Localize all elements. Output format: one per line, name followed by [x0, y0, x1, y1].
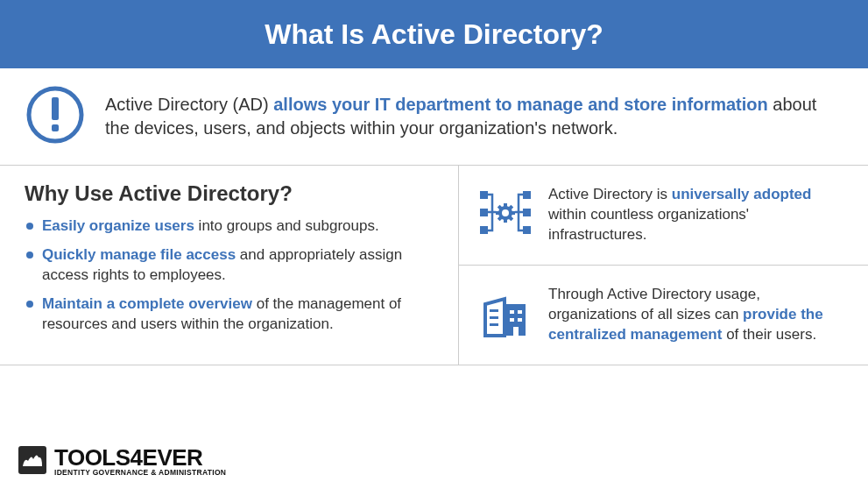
intro-text: Active Directory (AD) allows your IT dep… — [105, 93, 824, 140]
item-highlight: Easily organize users — [42, 217, 194, 234]
svg-point-9 — [500, 208, 511, 218]
brand-4: 4 — [131, 444, 143, 471]
info-block-centralized: Through Active Directory usage, organiza… — [459, 266, 868, 365]
svg-line-14 — [498, 207, 501, 209]
list-item: Quickly manage file access and appropria… — [25, 245, 434, 286]
item-highlight: Quickly manage file access — [42, 246, 236, 263]
svg-rect-26 — [513, 327, 519, 336]
info-block-adoption: Active Directory is universally adopted … — [459, 166, 868, 266]
info-text: Active Directory is universally adopted … — [548, 185, 842, 245]
why-section: Why Use Active Directory? Easily organiz… — [0, 166, 458, 365]
info1-suffix: within countless organizations' infrastr… — [548, 206, 749, 243]
item-highlight: Maintain a complete overview — [42, 295, 252, 312]
logo-mark-icon — [18, 445, 47, 478]
svg-rect-22 — [510, 310, 514, 314]
logo-main: TOOLS4EVER — [54, 447, 226, 469]
info2-suffix: of their users. — [722, 326, 816, 343]
brand-ever: EVER — [143, 444, 203, 471]
buildings-icon — [478, 287, 533, 343]
network-gear-icon — [478, 188, 533, 241]
content-row: Why Use Active Directory? Easily organiz… — [0, 166, 868, 365]
svg-rect-23 — [518, 310, 522, 314]
svg-rect-3 — [480, 191, 488, 199]
svg-rect-25 — [518, 318, 522, 322]
svg-rect-8 — [523, 226, 531, 234]
svg-rect-5 — [480, 226, 488, 234]
footer-logo: TOOLS4EVER IDENTITY GOVERNANCE & ADMINIS… — [18, 445, 226, 478]
why-title: Why Use Active Directory? — [25, 181, 434, 206]
brand-tools: TOOLS — [54, 444, 131, 471]
exclamation-icon — [25, 84, 86, 149]
intro-highlight: allows your IT department to manage and … — [273, 95, 768, 114]
svg-rect-7 — [523, 209, 531, 216]
page-title: What Is Active Directory? — [265, 18, 603, 51]
info1-highlight: universally adopted — [672, 186, 812, 202]
svg-rect-6 — [523, 191, 531, 199]
svg-line-15 — [510, 207, 512, 209]
info2-prefix: Through Active Directory usage, organiza… — [548, 286, 760, 322]
svg-line-16 — [498, 217, 501, 220]
intro-section: Active Directory (AD) allows your IT dep… — [0, 68, 868, 166]
header-bar: What Is Active Directory? — [0, 0, 868, 68]
list-item: Easily organize users into groups and su… — [25, 216, 434, 237]
svg-rect-18 — [490, 309, 498, 312]
logo-tagline: IDENTITY GOVERNANCE & ADMINISTRATION — [54, 468, 226, 477]
svg-rect-20 — [490, 323, 498, 326]
svg-rect-4 — [480, 209, 488, 216]
item-rest: into groups and subgroups. — [194, 217, 379, 234]
svg-rect-19 — [490, 316, 498, 319]
svg-line-17 — [510, 217, 512, 220]
svg-rect-2 — [52, 124, 59, 131]
why-list: Easily organize users into groups and su… — [25, 216, 434, 335]
svg-rect-24 — [510, 318, 514, 322]
right-column: Active Directory is universally adopted … — [458, 166, 868, 365]
logo-text: TOOLS4EVER IDENTITY GOVERNANCE & ADMINIS… — [54, 447, 226, 478]
intro-prefix: Active Directory (AD) — [105, 95, 273, 114]
info1-prefix: Active Directory is — [548, 186, 672, 202]
svg-rect-1 — [52, 97, 59, 120]
list-item: Maintain a complete overview of the mana… — [25, 294, 434, 335]
info-text: Through Active Directory usage, organiza… — [548, 285, 842, 345]
